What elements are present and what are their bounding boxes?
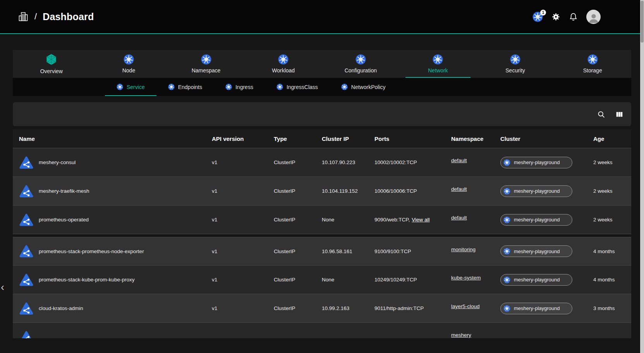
- tab-node[interactable]: Node: [90, 50, 168, 78]
- cluster-chip[interactable]: meshery-playground: [500, 245, 572, 257]
- api-version-cell: v1: [212, 277, 274, 283]
- tab-configuration[interactable]: Configuration: [322, 50, 400, 78]
- tab-label: Security: [505, 67, 525, 74]
- breadcrumb: / Dashboard: [18, 11, 94, 22]
- ports-value: 10002/10002:TCP: [374, 159, 417, 165]
- tab-workload[interactable]: Workload: [245, 50, 322, 78]
- view-all-ports-link[interactable]: View all: [412, 217, 429, 223]
- table-row[interactable]: meshery-traefik-mesh v1 ClusterIP 10.104…: [13, 177, 631, 206]
- table-row[interactable]: prometheus-operated v1 ClusterIP None 90…: [13, 206, 631, 234]
- table-row[interactable]: meshery: [13, 323, 631, 338]
- service-name: prometheus-stack-kube-prom-kube-proxy: [39, 277, 135, 283]
- subtab-label: IngressClass: [287, 84, 318, 90]
- column-header-ports[interactable]: Ports: [374, 135, 451, 142]
- type-cell: ClusterIP: [274, 277, 322, 283]
- cluster-chip[interactable]: meshery-playground: [500, 303, 572, 314]
- tab-network[interactable]: Network: [399, 50, 477, 78]
- column-header-name[interactable]: Name: [19, 135, 212, 142]
- age-cell: 4 months: [593, 248, 627, 254]
- cluster-ip-cell: None: [322, 217, 374, 223]
- subtab-label: Endpoints: [178, 84, 202, 90]
- subtab-service[interactable]: Service: [105, 78, 156, 96]
- services-table: Name API version Type Cluster IP Ports N…: [13, 129, 631, 338]
- cluster-name: meshery-playground: [514, 277, 560, 283]
- ports-cell: 9011/http-admin:TCP: [374, 305, 451, 311]
- tab-label: Namespace: [192, 67, 221, 74]
- column-header-age[interactable]: Age: [593, 135, 627, 142]
- api-version-cell: v1: [212, 159, 274, 165]
- cluster-name: meshery-playground: [514, 217, 560, 223]
- search-icon[interactable]: [597, 110, 605, 118]
- ports-cell: 10006/10006:TCP: [374, 188, 451, 194]
- subtab-networkpolicy[interactable]: NetworkPolicy: [330, 78, 397, 96]
- age-cell: 3 months: [593, 305, 627, 311]
- avatar[interactable]: [586, 10, 601, 24]
- namespace-link[interactable]: default: [451, 158, 467, 163]
- cluster-ip-cell: None: [322, 277, 374, 283]
- type-cell: ClusterIP: [274, 248, 322, 254]
- service-name: meshery-traefik-mesh: [39, 188, 89, 194]
- type-cell: ClusterIP: [274, 217, 322, 223]
- type-cell: ClusterIP: [274, 188, 322, 194]
- kubernetes-icon: [124, 54, 134, 65]
- cluster-ip-cell: 10.99.2.163: [322, 305, 374, 311]
- page-scrollbar[interactable]: [640, 0, 644, 353]
- ports-value: 9011/http-admin:TCP: [374, 305, 424, 311]
- subtab-endpoints[interactable]: Endpoints: [156, 78, 214, 96]
- namespace-link[interactable]: monitoring: [451, 247, 476, 252]
- kubernetes-icon: [278, 54, 289, 65]
- cluster-ip-cell: 10.96.58.161: [322, 248, 374, 254]
- cluster-chip[interactable]: meshery-playground: [500, 157, 572, 168]
- cluster-chip[interactable]: meshery-playground: [500, 274, 572, 286]
- tab-label: Storage: [583, 67, 602, 74]
- building-logo-icon[interactable]: [18, 11, 29, 22]
- api-version-cell: v1: [212, 217, 274, 223]
- column-header-api-version[interactable]: API version: [212, 135, 274, 142]
- tab-storage[interactable]: Storage: [554, 50, 631, 78]
- drawer-collapse-button[interactable]: ‹: [1, 282, 4, 293]
- ports-value: 9090/web:TCP,: [374, 217, 410, 223]
- kubernetes-icon: [503, 188, 510, 195]
- cluster-chip[interactable]: meshery-playground: [500, 185, 572, 197]
- tab-label: Configuration: [345, 67, 377, 74]
- column-header-namespace[interactable]: Namespace: [451, 135, 500, 142]
- cluster-chip[interactable]: meshery-playground: [500, 214, 572, 226]
- bell-icon[interactable]: [569, 12, 578, 21]
- age-cell: 2 weeks: [593, 217, 627, 223]
- namespace-link[interactable]: layer5-cloud: [451, 303, 480, 309]
- namespace-link[interactable]: default: [451, 215, 467, 221]
- kubernetes-context-button[interactable]: 1: [532, 12, 543, 22]
- service-icon: [19, 155, 34, 170]
- table-toolbar: [13, 102, 631, 126]
- column-header-type[interactable]: Type: [274, 135, 322, 142]
- tab-label: Overview: [40, 68, 63, 74]
- namespace-link[interactable]: default: [451, 186, 467, 192]
- subtab-ingress[interactable]: Ingress: [214, 78, 265, 96]
- column-header-cluster-ip[interactable]: Cluster IP: [322, 135, 374, 142]
- namespace-link[interactable]: meshery: [451, 332, 471, 338]
- cluster-name: meshery-playground: [514, 188, 560, 194]
- tab-security[interactable]: Security: [477, 50, 554, 78]
- gear-icon[interactable]: [551, 12, 560, 21]
- scrollbar-thumb[interactable]: [641, 1, 644, 43]
- service-name: prometheus-operated: [39, 217, 89, 223]
- subtab-ingressclass[interactable]: IngressClass: [265, 78, 330, 96]
- table-row[interactable]: prometheus-stack-kube-prom-kube-proxy v1…: [13, 266, 631, 294]
- age-cell: 2 weeks: [593, 159, 627, 165]
- tab-namespace[interactable]: Namespace: [167, 50, 245, 78]
- breadcrumb-separator: /: [34, 12, 37, 22]
- subtab-label: Service: [127, 84, 145, 90]
- column-header-cluster[interactable]: Cluster: [500, 135, 593, 142]
- table-row[interactable]: prometheus-stack-prometheus-node-exporte…: [13, 237, 631, 266]
- header-actions: 1: [532, 10, 601, 24]
- tab-overview[interactable]: Overview: [13, 50, 90, 78]
- namespace-link[interactable]: kube-system: [451, 275, 481, 281]
- person-icon: [587, 12, 600, 24]
- ports-cell: 9090/web:TCP,View all: [374, 217, 451, 223]
- service-name: meshery-consul: [39, 159, 76, 165]
- view-columns-icon[interactable]: [615, 110, 623, 118]
- kubernetes-icon: [201, 54, 211, 65]
- cluster-name: meshery-playground: [514, 248, 560, 254]
- table-row[interactable]: cloud-kratos-admin v1 ClusterIP 10.99.2.…: [13, 294, 631, 323]
- table-row[interactable]: meshery-consul v1 ClusterIP 10.107.90.22…: [13, 148, 631, 177]
